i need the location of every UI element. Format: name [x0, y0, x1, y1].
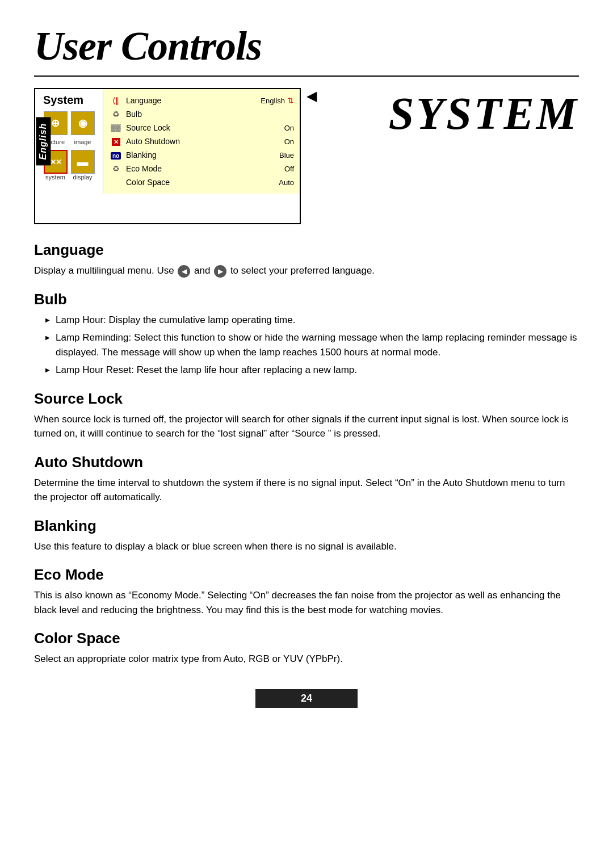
osd-menu-row-language: ⟨∥ Language English ⇅ [109, 94, 294, 107]
osd-menu-row-blanking: no Blanking Blue [109, 148, 294, 162]
osd-menu-mockup: English System ⊕ ◉ picture image [34, 88, 301, 224]
auto-shutdown-heading: Auto Shutdown [34, 454, 579, 471]
osd-icons-row-2: ✕ ✕ ▬ [44, 150, 95, 174]
osd-image-icon: ◉ [71, 111, 95, 135]
system-heading: SYSTEM [389, 88, 579, 140]
language-heading: Language [34, 241, 579, 259]
content-area: Language Display a multilingual menu. Us… [34, 241, 579, 666]
bulb-item-1: Lamp Hour: Display the cumulative lamp o… [45, 313, 579, 328]
osd-system-nav-label: system [44, 174, 68, 181]
source-lock-text: When source lock is turned off, the proj… [34, 412, 579, 441]
english-label: English [36, 118, 51, 166]
source-lock-heading: Source Lock [34, 390, 579, 408]
osd-eco-mode-value: Off [284, 165, 294, 173]
osd-bulb-label: Bulb [126, 110, 294, 119]
osd-auto-shutdown-value: On [284, 137, 294, 146]
color-space-text: Select an appropriate color matrix type … [34, 652, 579, 666]
osd-menu-row-bulb: ♻ Bulb [109, 107, 294, 121]
osd-blanking-icon: no [109, 150, 123, 160]
bulb-list: Lamp Hour: Display the cumulative lamp o… [34, 313, 579, 378]
osd-source-lock-icon: ▓▓ [109, 124, 123, 132]
osd-label-row-1: picture image [44, 139, 95, 145]
osd-system-label: System [37, 94, 83, 107]
osd-menu-row-source-lock: ▓▓ Source Lock On [109, 121, 294, 135]
top-section: English System ⊕ ◉ picture image [34, 88, 579, 224]
osd-source-lock-label: Source Lock [126, 123, 284, 132]
osd-menu-row-auto-shutdown: ✕ Auto Shutdown On [109, 135, 294, 148]
osd-language-value: English ⇅ [261, 96, 294, 105]
osd-display-icon: ▬ [71, 150, 95, 174]
bulb-item-2: Lamp Reminding: Select this function to … [45, 330, 579, 359]
osd-color-space-label: Color Space [126, 178, 279, 187]
bulb-heading: Bulb [34, 291, 579, 308]
osd-auto-shutdown-icon: ✕ [109, 137, 123, 146]
eco-mode-text: This is also known as “Economy Mode.” Se… [34, 588, 579, 617]
page-number: 24 [255, 689, 358, 708]
blanking-text: Use this feature to display a black or b… [34, 539, 579, 554]
osd-menu-content: ⟨∥ Language English ⇅ ♻ Bulb ▓▓ Source L… [103, 89, 300, 194]
osd-icons-row-1: ⊕ ◉ [44, 111, 95, 135]
page-number-container: 24 [34, 689, 579, 708]
osd-label-row-2: system display [44, 174, 95, 181]
osd-auto-shutdown-label: Auto Shutdown [126, 137, 284, 146]
system-heading-wrapper: SYSTEM [301, 88, 579, 140]
osd-language-icon: ⟨∥ [109, 96, 123, 105]
blanking-heading: Blanking [34, 517, 579, 535]
bulb-item-3: Lamp Hour Reset: Reset the lamp life hou… [45, 363, 579, 378]
osd-sidebar: English System ⊕ ◉ picture image [35, 89, 103, 194]
osd-blanking-value: Blue [279, 151, 294, 160]
eco-mode-heading: Eco Mode [34, 566, 579, 584]
left-arrow-icon: ◀ [178, 265, 190, 278]
osd-language-label: Language [126, 96, 261, 105]
osd-color-space-value: Auto [279, 178, 294, 187]
osd-blanking-label: Blanking [126, 150, 279, 160]
auto-shutdown-text: Determine the time interval to shutdown … [34, 476, 579, 505]
osd-eco-mode-icon: ♻ [109, 164, 123, 173]
osd-bulb-icon: ♻ [109, 110, 123, 119]
color-space-heading: Color Space [34, 630, 579, 647]
osd-source-lock-value: On [284, 124, 294, 132]
osd-display-label: display [71, 174, 95, 181]
title-divider [34, 76, 579, 77]
page-title: User Controls [34, 23, 579, 70]
osd-menu-row-eco-mode: ♻ Eco Mode Off [109, 162, 294, 175]
osd-menu-row-color-space: Color Space Auto [109, 175, 294, 189]
right-arrow-icon: ▶ [214, 265, 226, 278]
osd-image-label: image [71, 139, 95, 145]
language-text: Display a multilingual menu. Use ◀ and ▶… [34, 263, 579, 278]
osd-eco-mode-label: Eco Mode [126, 164, 284, 173]
